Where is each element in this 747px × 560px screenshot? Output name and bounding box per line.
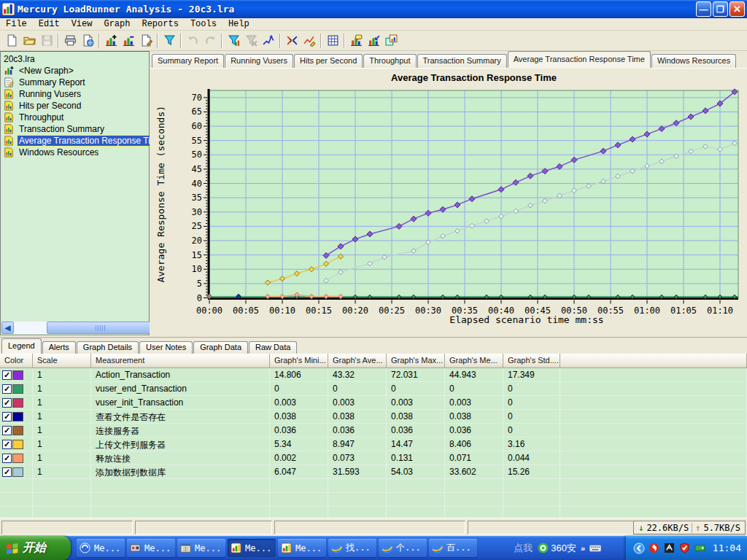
cross-results-icon[interactable] [382,32,400,50]
taskbar-button-0[interactable]: Me... [77,539,125,557]
scrollbar-track[interactable] [14,322,136,334]
taskbar-button-5[interactable]: e找... [328,539,376,557]
tree-root-session[interactable]: 20c3.lra [2,53,149,65]
minimize-button[interactable]: — [696,1,711,17]
column-header-2[interactable]: Measurement [91,354,270,368]
legend-row-2[interactable]: ✓1vuser_init_Transaction0.0030.0030.0030… [0,396,747,410]
legend-tab-user-notes[interactable]: User Notes [139,341,193,354]
tree-item-running-vusers[interactable]: Running Vusers [2,88,149,100]
column-header-3[interactable]: Graph's Mini... [270,354,328,368]
legend-row-1[interactable]: ✓1vuser_end_Transaction00000 [0,382,747,396]
taskbar-button-1[interactable]: Me... [127,539,175,557]
menu-help[interactable]: Help [222,18,255,30]
tab-throughput[interactable]: Throughput [363,54,416,68]
tree-item--new-graph-[interactable]: <New Graph> [2,65,149,77]
menu-reports[interactable]: Reports [136,18,184,30]
keyboard-icon[interactable] [589,542,601,554]
measurement-checkbox[interactable]: ✓ [2,467,12,477]
open-icon[interactable] [20,32,38,50]
menu-graph[interactable]: Graph [98,18,136,30]
measurement-cell: vuser_init_Transaction [91,396,270,410]
tree-item-throughput[interactable]: Throughput [2,112,149,123]
measurement-checkbox[interactable]: ✓ [2,370,12,380]
menu-view[interactable]: View [66,18,98,30]
legend-tab-graph-details[interactable]: Graph Details [77,341,139,354]
graph-file-icon [4,124,15,134]
global-filter-icon[interactable] [225,32,242,50]
color-cell: ✓ [0,396,33,410]
tab-windows-resources[interactable]: Windows Resources [651,54,736,68]
legend-row-7[interactable]: ✓1添加数据到数据库6.04731.59354.0333.60215.26 [0,465,747,479]
legend-row-3[interactable]: ✓1查看文件是否存在0.0380.0380.0380.0380 [0,410,747,424]
measurement-checkbox[interactable]: ✓ [2,398,12,408]
measurement-checkbox[interactable]: ✓ [2,454,12,463]
legend-tab-legend[interactable]: Legend [1,338,42,354]
tree-item-transaction-summary[interactable]: Transaction Summary [2,123,149,135]
overflow-chevron-icon[interactable]: » [581,544,585,553]
column-header-6[interactable]: Graph's Me... [445,354,503,368]
column-header-5[interactable]: Graph's Max... [387,354,445,368]
auto-correlate-icon[interactable] [260,32,277,50]
measurement-checkbox[interactable]: ✓ [2,426,12,435]
tree-item-average-transaction-response-time[interactable]: Average Transaction Response Time [2,135,149,147]
legend-tab-alerts[interactable]: Alerts [42,341,76,354]
taskbar-clock[interactable]: 11:04 [713,542,741,553]
menu-file[interactable]: File [0,18,33,30]
hide-icons-chevron-icon[interactable] [633,542,645,554]
taskbar-button-6[interactable]: e个... [379,539,427,557]
tab-average-transaction-response-time[interactable]: Average Transaction Response Time [508,51,651,68]
merge-graphs-icon[interactable] [283,32,301,50]
print-icon[interactable] [61,32,79,50]
scroll-left-icon[interactable]: ◀ [1,322,14,334]
restore-button[interactable]: ❐ [713,1,728,17]
security-shield-icon[interactable] [679,542,691,554]
legend-row-0[interactable]: ✓1Action_Transaction14.80643.3272.03144.… [0,368,747,382]
add-graph-icon[interactable] [102,32,120,50]
thunder-tray-icon[interactable] [649,542,660,554]
std-cell: 0 [503,410,560,424]
tab-transaction-summary[interactable]: Transaction Summary [417,54,507,68]
360-safety-item[interactable]: 360安 [537,542,576,555]
start-button[interactable]: 开始 [0,536,71,560]
report-properties-icon[interactable] [137,32,155,50]
drive-tray-icon[interactable] [694,542,706,554]
tab-summary-report[interactable]: Summary Report [152,54,224,68]
tab-hits-per-second[interactable]: Hits per Second [294,54,363,68]
taskbar-button-3[interactable]: Me... [228,539,276,557]
html-report-icon[interactable] [79,32,96,50]
column-header-4[interactable]: Graph's Ave... [328,354,387,368]
tab-running-vusers[interactable]: Running Vusers [225,54,293,68]
menu-tools[interactable]: Tools [185,18,222,30]
legend-tab-raw-data[interactable]: Raw Data [249,341,297,354]
set-filter-icon[interactable] [160,32,178,50]
analyze-icon[interactable] [301,32,318,50]
measurement-checkbox[interactable]: ✓ [2,384,12,394]
close-button[interactable]: ✕ [729,1,745,17]
add-comment-icon[interactable] [347,32,365,50]
tree-horizontal-scrollbar[interactable]: ◀ ▶ [1,322,148,334]
taskbar-button-7[interactable]: e百... [429,539,477,557]
import-data-icon[interactable] [365,32,382,50]
new-session-icon[interactable] [3,32,20,50]
column-header-7[interactable]: Graph's Std.... [503,354,560,368]
menu-edit[interactable]: Edit [33,18,66,30]
taskbar-button-4[interactable]: Me... [278,539,326,557]
legend-row-5[interactable]: ✓1上传文件到服务器5.348.94714.478.4063.16 [0,438,747,451]
legend-tab-graph-data[interactable]: Graph Data [193,341,248,354]
scrollbar-thumb[interactable] [47,322,155,334]
legend-row-6[interactable]: ✓1释放连接0.0020.0730.1310.0710.044 [0,451,747,465]
dianwo-label[interactable]: 点我 [514,542,533,555]
measurement-checkbox[interactable]: ✓ [2,440,12,449]
spreadsheet-icon[interactable] [324,32,341,50]
tree-item-hits-per-second[interactable]: Hits per Second [2,100,149,112]
column-header-1[interactable]: Scale [33,354,91,368]
taskbar-button-2[interactable]: Me... [177,539,225,557]
legend-row-4[interactable]: ✓1连接服务器0.0360.0360.0360.0360 [0,424,747,438]
delete-graph-icon[interactable] [120,32,137,50]
tree-item-summary-report[interactable]: Summary Report [2,77,149,88]
measurement-checkbox[interactable]: ✓ [2,412,12,421]
tree-item-windows-resources[interactable]: Windows Resources [2,147,149,158]
column-header-0[interactable]: Color [0,354,33,368]
med-cell: 0.003 [445,396,503,410]
ime-tray-icon[interactable] [664,542,676,554]
